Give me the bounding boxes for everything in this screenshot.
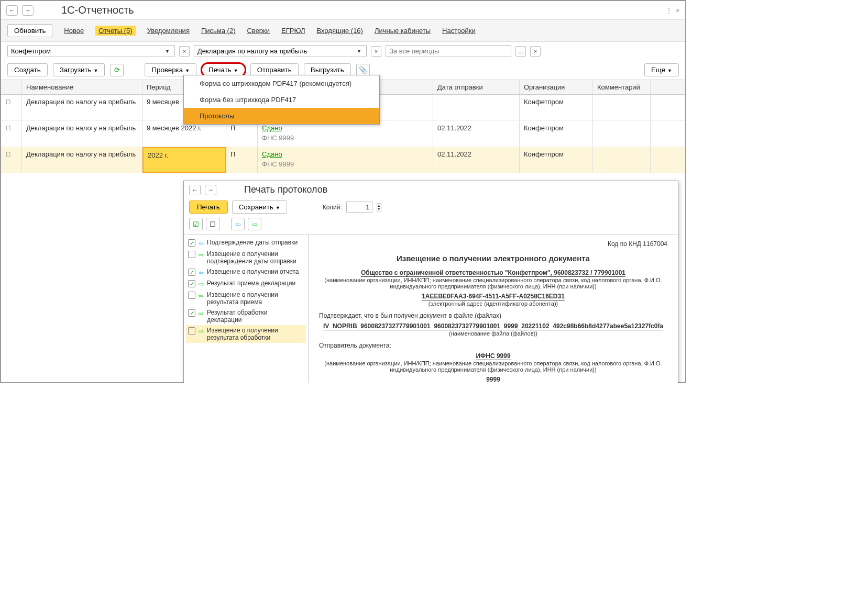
modal-back-button[interactable]: ← bbox=[189, 185, 201, 195]
chevron-down-icon[interactable]: ▼ bbox=[357, 49, 361, 54]
menu-icon[interactable]: ⋮ bbox=[665, 6, 673, 15]
tab-new[interactable]: Новое bbox=[64, 27, 84, 35]
clear-period-button[interactable]: × bbox=[530, 46, 541, 57]
col-date: Дата отправки bbox=[433, 80, 520, 94]
col-name: Наименование bbox=[22, 80, 142, 94]
checkbox[interactable] bbox=[188, 309, 195, 317]
menu-pdf417-barcode[interactable]: Форма со штрихкодом PDF417 (рекомендуетс… bbox=[184, 75, 379, 92]
print-dropdown: Форма со штрихкодом PDF417 (рекомендуетс… bbox=[183, 75, 380, 125]
modal-forward-button[interactable]: → bbox=[205, 185, 216, 195]
protocol-item[interactable]: ⇨Извещение о получении результата обрабо… bbox=[186, 325, 306, 343]
back-button[interactable]: ← bbox=[6, 5, 18, 16]
tab-reports[interactable]: Отчеты (5) bbox=[95, 26, 135, 36]
copies-up[interactable]: ▲ bbox=[377, 204, 381, 207]
protocols-modal: ← → Печать протоколов Печать Сохранить▼ … bbox=[183, 181, 678, 383]
modal-print-button[interactable]: Печать bbox=[189, 200, 228, 214]
protocol-label: Извещение о получении результата приема bbox=[207, 291, 304, 306]
modal-save-button[interactable]: Сохранить▼ bbox=[232, 200, 287, 214]
checkbox[interactable] bbox=[188, 327, 195, 335]
arrow-left-icon: ⇦ bbox=[235, 220, 241, 228]
copies-label: Копий: bbox=[323, 204, 342, 211]
checkbox[interactable] bbox=[188, 280, 195, 287]
copies-input[interactable] bbox=[346, 202, 372, 213]
period-picker-button[interactable]: ... bbox=[515, 46, 526, 57]
menu-protocols[interactable]: Протоколы bbox=[184, 108, 379, 124]
clear-report-button[interactable]: × bbox=[371, 46, 381, 57]
page-title: 1С-Отчетность bbox=[61, 4, 134, 16]
direction-icon: ⇨ bbox=[199, 328, 204, 335]
checkbox[interactable] bbox=[188, 251, 195, 258]
protocol-item[interactable]: ⇦Извещение о получении отчета bbox=[186, 266, 306, 278]
protocol-label: Извещение о получении отчета bbox=[207, 268, 299, 275]
load-button[interactable]: Загрузить▼ bbox=[53, 63, 105, 76]
create-button[interactable]: Создать bbox=[7, 63, 48, 76]
refresh-icon-button[interactable]: ⟳ bbox=[110, 64, 124, 76]
direction-icon: ⇦ bbox=[199, 240, 204, 247]
protocol-label: Извещение о получении результата обработ… bbox=[207, 327, 304, 341]
document-icon: 🗋 bbox=[5, 150, 12, 158]
protocol-item[interactable]: ⇨Результат приема декларации bbox=[186, 278, 306, 289]
paperclip-icon: 📎 bbox=[359, 66, 367, 74]
table-row[interactable]: 🗋Декларация по налогу на прибыль9 месяце… bbox=[1, 121, 685, 147]
protocol-item[interactable]: ⇦Подтверждение даты отправки bbox=[186, 237, 306, 249]
document-icon: 🗋 bbox=[5, 98, 12, 106]
document-icon: 🗋 bbox=[5, 124, 12, 132]
doc-title: Извещение о получении электронного докум… bbox=[319, 254, 667, 263]
document-preview: Код по КНД 1167004 Извещение о получении… bbox=[309, 235, 678, 383]
protocol-label: Результат приема декларации bbox=[207, 280, 295, 287]
col-org: Организация bbox=[520, 80, 593, 94]
col-comment: Комментарий bbox=[593, 80, 651, 94]
protocol-label: Подтверждение даты отправки bbox=[207, 239, 298, 246]
direction-icon: ⇨ bbox=[199, 251, 204, 259]
tab-egrul[interactable]: ЕГРЮЛ bbox=[281, 27, 305, 35]
direction-icon: ⇨ bbox=[199, 281, 204, 288]
protocol-label: Извещение о получении подтверждения даты… bbox=[207, 250, 304, 265]
checkbox[interactable] bbox=[188, 239, 195, 247]
uncheck-icon: ☐ bbox=[210, 220, 216, 228]
protocol-label: Результат обработки декларации bbox=[207, 309, 304, 324]
menu-no-barcode[interactable]: Форма без штрихкода PDF417 bbox=[184, 92, 379, 108]
copies-down[interactable]: ▼ bbox=[377, 207, 381, 211]
refresh-button[interactable]: Обновить bbox=[7, 24, 52, 37]
chevron-down-icon[interactable]: ▼ bbox=[165, 49, 170, 54]
arrow-right-icon: ⇨ bbox=[252, 220, 258, 228]
uncheck-all-button[interactable]: ☐ bbox=[206, 218, 219, 230]
protocol-list: ⇦Подтверждение даты отправки⇨Извещение о… bbox=[184, 235, 309, 383]
direction-icon: ⇦ bbox=[199, 269, 204, 276]
next-doc-button[interactable]: ⇨ bbox=[248, 218, 261, 230]
tab-settings[interactable]: Настройки bbox=[442, 27, 476, 35]
refresh-icon: ⟳ bbox=[114, 66, 120, 74]
protocol-item[interactable]: ⇨Извещение о получении результата приема bbox=[186, 289, 306, 307]
check-icon: ☑ bbox=[193, 220, 199, 228]
prev-doc-button[interactable]: ⇦ bbox=[231, 218, 245, 230]
tab-reconciliations[interactable]: Сверки bbox=[247, 27, 270, 35]
checkbox[interactable] bbox=[188, 269, 195, 276]
check-all-button[interactable]: ☑ bbox=[189, 218, 203, 230]
more-button[interactable]: Еще▼ bbox=[644, 63, 679, 76]
tab-letters[interactable]: Письма (2) bbox=[201, 27, 236, 35]
period-filter[interactable] bbox=[386, 45, 511, 57]
clear-org-button[interactable]: × bbox=[179, 46, 190, 57]
direction-icon: ⇨ bbox=[199, 292, 204, 299]
forward-button[interactable]: → bbox=[22, 5, 34, 16]
direction-icon: ⇨ bbox=[199, 310, 204, 317]
protocol-item[interactable]: ⇨Результат обработки декларации bbox=[186, 307, 306, 325]
attach-button[interactable]: 📎 bbox=[356, 64, 370, 76]
tab-notifications[interactable]: Уведомления bbox=[147, 27, 190, 35]
status-link[interactable]: Сдано bbox=[262, 150, 282, 158]
close-icon[interactable]: × bbox=[676, 6, 680, 15]
org-filter[interactable]: ▼ bbox=[7, 45, 175, 57]
tab-incoming[interactable]: Входящие (16) bbox=[317, 27, 363, 35]
checkbox[interactable] bbox=[188, 292, 195, 299]
doc-kod: Код по КНД 1167004 bbox=[319, 240, 667, 248]
protocol-item[interactable]: ⇨Извещение о получении подтверждения дат… bbox=[186, 249, 306, 266]
tab-cabinets[interactable]: Личные кабинеты bbox=[375, 27, 431, 35]
modal-title: Печать протоколов bbox=[244, 184, 327, 195]
report-filter[interactable]: ▼ bbox=[194, 45, 367, 57]
status-link[interactable]: Сдано bbox=[262, 124, 282, 132]
table-row[interactable]: 🗋Декларация по налогу на прибыль2022 г.П… bbox=[1, 147, 685, 173]
